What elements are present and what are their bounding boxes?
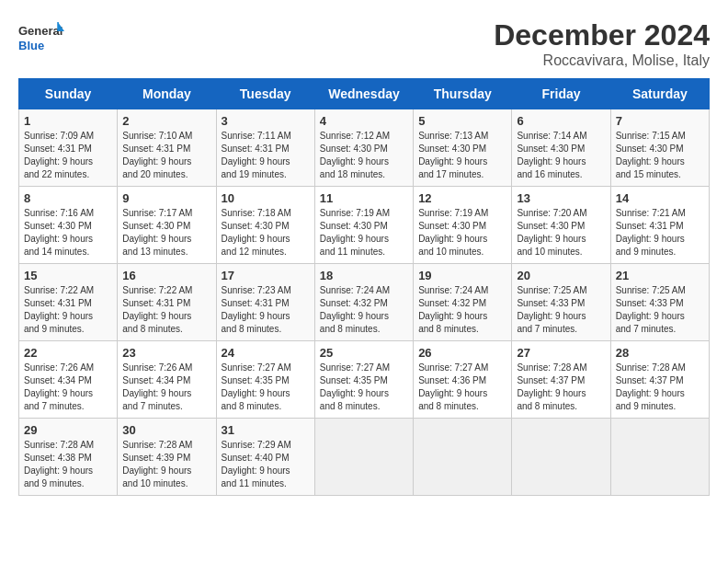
calendar-cell: 11Sunrise: 7:19 AM Sunset: 4:30 PM Dayli… bbox=[314, 187, 413, 264]
day-number: 23 bbox=[122, 346, 210, 360]
day-number: 14 bbox=[616, 191, 704, 205]
day-info: Sunrise: 7:25 AM Sunset: 4:33 PM Dayligh… bbox=[616, 284, 704, 336]
day-info: Sunrise: 7:22 AM Sunset: 4:31 PM Dayligh… bbox=[24, 284, 112, 336]
dow-header: Friday bbox=[512, 79, 610, 109]
dow-header: Tuesday bbox=[216, 79, 314, 109]
calendar-cell: 26Sunrise: 7:27 AM Sunset: 4:36 PM Dayli… bbox=[414, 341, 512, 419]
calendar-cell: 13Sunrise: 7:20 AM Sunset: 4:30 PM Dayli… bbox=[512, 187, 610, 264]
day-info: Sunrise: 7:24 AM Sunset: 4:32 PM Dayligh… bbox=[320, 284, 408, 336]
logo-svg: General Blue bbox=[18, 18, 64, 59]
day-number: 25 bbox=[320, 346, 408, 360]
day-number: 17 bbox=[222, 269, 310, 282]
calendar-cell bbox=[314, 419, 413, 496]
day-number: 30 bbox=[122, 423, 210, 437]
calendar-cell: 17Sunrise: 7:23 AM Sunset: 4:31 PM Dayli… bbox=[216, 264, 314, 341]
day-number: 27 bbox=[517, 346, 605, 360]
month-title: December 2024 bbox=[494, 18, 710, 52]
day-info: Sunrise: 7:19 AM Sunset: 4:30 PM Dayligh… bbox=[418, 207, 506, 259]
day-number: 5 bbox=[418, 114, 506, 128]
dow-header: Wednesday bbox=[314, 79, 413, 109]
svg-text:General: General bbox=[18, 24, 63, 38]
day-info: Sunrise: 7:27 AM Sunset: 4:35 PM Dayligh… bbox=[320, 362, 408, 413]
day-number: 7 bbox=[616, 114, 704, 128]
day-info: Sunrise: 7:21 AM Sunset: 4:31 PM Dayligh… bbox=[616, 207, 704, 259]
calendar-cell: 19Sunrise: 7:24 AM Sunset: 4:32 PM Dayli… bbox=[414, 264, 512, 341]
day-info: Sunrise: 7:14 AM Sunset: 4:30 PM Dayligh… bbox=[517, 130, 605, 181]
dow-header: Monday bbox=[118, 79, 216, 109]
day-info: Sunrise: 7:23 AM Sunset: 4:31 PM Dayligh… bbox=[222, 284, 310, 336]
day-info: Sunrise: 7:18 AM Sunset: 4:30 PM Dayligh… bbox=[222, 207, 310, 259]
calendar-cell: 12Sunrise: 7:19 AM Sunset: 4:30 PM Dayli… bbox=[414, 187, 512, 264]
day-number: 15 bbox=[24, 269, 112, 282]
dow-header: Sunday bbox=[19, 79, 118, 109]
day-number: 21 bbox=[616, 269, 704, 282]
day-number: 4 bbox=[320, 114, 408, 128]
day-info: Sunrise: 7:22 AM Sunset: 4:31 PM Dayligh… bbox=[122, 284, 210, 336]
calendar-cell: 23Sunrise: 7:26 AM Sunset: 4:34 PM Dayli… bbox=[118, 341, 216, 419]
calendar-cell: 18Sunrise: 7:24 AM Sunset: 4:32 PM Dayli… bbox=[314, 264, 413, 341]
logo: General Blue bbox=[18, 18, 64, 59]
day-number: 20 bbox=[517, 269, 605, 282]
day-info: Sunrise: 7:12 AM Sunset: 4:30 PM Dayligh… bbox=[320, 130, 408, 181]
calendar-cell: 6Sunrise: 7:14 AM Sunset: 4:30 PM Daylig… bbox=[512, 109, 610, 187]
day-info: Sunrise: 7:28 AM Sunset: 4:37 PM Dayligh… bbox=[616, 362, 704, 413]
svg-text:Blue: Blue bbox=[18, 39, 44, 52]
calendar-cell: 30Sunrise: 7:28 AM Sunset: 4:39 PM Dayli… bbox=[118, 419, 216, 496]
calendar-cell: 1Sunrise: 7:09 AM Sunset: 4:31 PM Daylig… bbox=[19, 109, 118, 187]
calendar-cell: 10Sunrise: 7:18 AM Sunset: 4:30 PM Dayli… bbox=[216, 187, 314, 264]
day-info: Sunrise: 7:10 AM Sunset: 4:31 PM Dayligh… bbox=[122, 130, 210, 181]
day-number: 26 bbox=[418, 346, 506, 360]
day-number: 10 bbox=[222, 191, 310, 205]
day-number: 13 bbox=[517, 191, 605, 205]
calendar-cell bbox=[610, 419, 709, 496]
calendar-cell: 27Sunrise: 7:28 AM Sunset: 4:37 PM Dayli… bbox=[512, 341, 610, 419]
calendar-cell: 31Sunrise: 7:29 AM Sunset: 4:40 PM Dayli… bbox=[216, 419, 314, 496]
day-info: Sunrise: 7:13 AM Sunset: 4:30 PM Dayligh… bbox=[418, 130, 506, 181]
day-info: Sunrise: 7:15 AM Sunset: 4:30 PM Dayligh… bbox=[616, 130, 704, 181]
day-number: 29 bbox=[24, 423, 112, 437]
day-number: 19 bbox=[418, 269, 506, 282]
dow-header: Saturday bbox=[610, 79, 709, 109]
day-number: 28 bbox=[616, 346, 704, 360]
calendar-cell: 15Sunrise: 7:22 AM Sunset: 4:31 PM Dayli… bbox=[19, 264, 118, 341]
day-info: Sunrise: 7:28 AM Sunset: 4:38 PM Dayligh… bbox=[24, 439, 112, 490]
calendar-cell: 3Sunrise: 7:11 AM Sunset: 4:31 PM Daylig… bbox=[216, 109, 314, 187]
day-number: 24 bbox=[222, 346, 310, 360]
calendar-cell: 7Sunrise: 7:15 AM Sunset: 4:30 PM Daylig… bbox=[610, 109, 709, 187]
day-info: Sunrise: 7:27 AM Sunset: 4:35 PM Dayligh… bbox=[222, 362, 310, 413]
day-number: 6 bbox=[517, 114, 605, 128]
day-number: 18 bbox=[320, 269, 408, 282]
title-area: December 2024 Roccavivara, Molise, Italy bbox=[494, 18, 710, 69]
day-info: Sunrise: 7:28 AM Sunset: 4:39 PM Dayligh… bbox=[122, 439, 210, 490]
day-number: 2 bbox=[122, 114, 210, 128]
day-info: Sunrise: 7:26 AM Sunset: 4:34 PM Dayligh… bbox=[24, 362, 112, 413]
day-number: 8 bbox=[24, 191, 112, 205]
day-number: 9 bbox=[122, 191, 210, 205]
calendar-cell bbox=[512, 419, 610, 496]
day-number: 1 bbox=[24, 114, 112, 128]
header: General Blue December 2024 Roccavivara, … bbox=[18, 18, 710, 69]
calendar-cell: 24Sunrise: 7:27 AM Sunset: 4:35 PM Dayli… bbox=[216, 341, 314, 419]
calendar-cell: 20Sunrise: 7:25 AM Sunset: 4:33 PM Dayli… bbox=[512, 264, 610, 341]
day-number: 22 bbox=[24, 346, 112, 360]
day-info: Sunrise: 7:25 AM Sunset: 4:33 PM Dayligh… bbox=[517, 284, 605, 336]
calendar-cell: 4Sunrise: 7:12 AM Sunset: 4:30 PM Daylig… bbox=[314, 109, 413, 187]
day-info: Sunrise: 7:28 AM Sunset: 4:37 PM Dayligh… bbox=[517, 362, 605, 413]
day-info: Sunrise: 7:19 AM Sunset: 4:30 PM Dayligh… bbox=[320, 207, 408, 259]
day-info: Sunrise: 7:27 AM Sunset: 4:36 PM Dayligh… bbox=[418, 362, 506, 413]
subtitle: Roccavivara, Molise, Italy bbox=[494, 52, 710, 69]
day-info: Sunrise: 7:16 AM Sunset: 4:30 PM Dayligh… bbox=[24, 207, 112, 259]
calendar-cell: 21Sunrise: 7:25 AM Sunset: 4:33 PM Dayli… bbox=[610, 264, 709, 341]
calendar-cell: 2Sunrise: 7:10 AM Sunset: 4:31 PM Daylig… bbox=[118, 109, 216, 187]
calendar-cell: 5Sunrise: 7:13 AM Sunset: 4:30 PM Daylig… bbox=[414, 109, 512, 187]
calendar-cell: 25Sunrise: 7:27 AM Sunset: 4:35 PM Dayli… bbox=[314, 341, 413, 419]
calendar-cell bbox=[414, 419, 512, 496]
calendar-cell: 9Sunrise: 7:17 AM Sunset: 4:30 PM Daylig… bbox=[118, 187, 216, 264]
dow-header: Thursday bbox=[414, 79, 512, 109]
calendar-cell: 29Sunrise: 7:28 AM Sunset: 4:38 PM Dayli… bbox=[19, 419, 118, 496]
day-info: Sunrise: 7:11 AM Sunset: 4:31 PM Dayligh… bbox=[222, 130, 310, 181]
day-info: Sunrise: 7:29 AM Sunset: 4:40 PM Dayligh… bbox=[222, 439, 310, 490]
calendar-cell: 16Sunrise: 7:22 AM Sunset: 4:31 PM Dayli… bbox=[118, 264, 216, 341]
day-number: 31 bbox=[222, 423, 310, 437]
calendar-cell: 22Sunrise: 7:26 AM Sunset: 4:34 PM Dayli… bbox=[19, 341, 118, 419]
